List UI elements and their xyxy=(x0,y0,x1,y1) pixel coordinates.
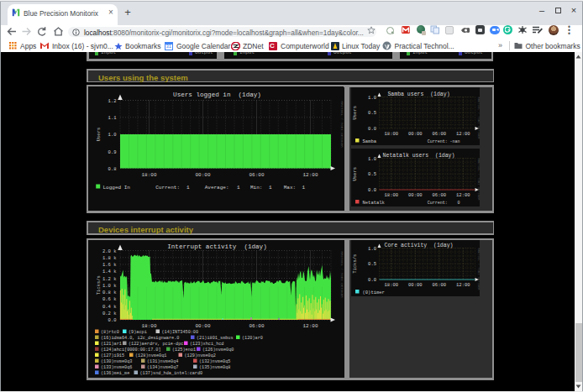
svg-text:00:00: 00:00 xyxy=(408,282,423,288)
svg-text:12:00: 12:00 xyxy=(302,172,318,178)
svg-text:Logged In: Logged In xyxy=(103,185,131,191)
svg-text:(130)nvme0q3: (130)nvme0q3 xyxy=(101,359,132,364)
svg-text:Users: Users xyxy=(352,167,358,181)
svg-text:(137)snd_hda_intel:card0: (137)snd_hda_intel:card0 xyxy=(140,371,203,376)
svg-text:1.8 k: 1.8 k xyxy=(102,255,117,261)
svg-text:-nan: -nan xyxy=(449,139,460,144)
svg-text:(21)i801_smbus: (21)i801_smbus xyxy=(197,336,234,341)
svg-text:2.0 k: 2.0 k xyxy=(102,248,117,254)
svg-text:(127)i915: (127)i915 xyxy=(101,353,124,358)
svg-text:0.0: 0.0 xyxy=(368,187,376,193)
svg-text:(123)xhci_hcd: (123)xhci_hcd xyxy=(190,342,223,347)
svg-text:0.5: 0.5 xyxy=(368,110,376,116)
svg-text:0.4 k: 0.4 k xyxy=(102,304,117,310)
svg-text:1.1: 1.1 xyxy=(108,115,118,121)
svg-text:1: 1 xyxy=(237,185,240,191)
svg-text:(0)timer: (0)timer xyxy=(362,290,384,295)
svg-text:Ticks/s: Ticks/s xyxy=(352,254,358,274)
svg-text:1.4 k: 1.4 k xyxy=(102,269,117,274)
svg-text:Samba: Samba xyxy=(362,139,376,144)
svg-text:Max:: Max: xyxy=(284,185,296,191)
svg-text:06:00: 06:00 xyxy=(432,131,446,137)
svg-text:(126)nvme0q0: (126)nvme0q0 xyxy=(202,348,234,353)
svg-text:1.0: 1.0 xyxy=(368,156,376,162)
svg-text:12:00: 12:00 xyxy=(456,131,470,137)
svg-text:00:00: 00:00 xyxy=(408,131,423,137)
svg-text:RRDTOOL / TOBI OETIKER: RRDTOOL / TOBI OETIKER xyxy=(476,159,480,201)
svg-text:0.8 k: 0.8 k xyxy=(102,290,117,295)
svg-text:(134)nvme0q7: (134)nvme0q7 xyxy=(147,365,178,370)
svg-text:(135)nvme0q8: (135)nvme0q8 xyxy=(199,365,230,370)
svg-text:0.8: 0.8 xyxy=(108,166,117,172)
svg-text:RRDTOOL / TOBI OETIKER: RRDTOOL / TOBI OETIKER xyxy=(476,97,480,140)
svg-text:(133)nvme0q6: (133)nvme0q6 xyxy=(101,365,132,370)
svg-text:00:00: 00:00 xyxy=(195,323,210,329)
svg-text:18:00: 18:00 xyxy=(141,323,156,329)
svg-text:18:00: 18:00 xyxy=(384,192,398,198)
svg-text:18:00: 18:00 xyxy=(141,172,156,178)
svg-text:(16)idma64.0, i2c_designware.0: (16)idma64.0, i2c_designware.0 xyxy=(101,336,179,341)
svg-text:RRDTOOL / TOBI OETIKER: RRDTOOL / TOBI OETIKER xyxy=(476,248,480,291)
svg-text:Netatalk: Netatalk xyxy=(362,200,385,206)
svg-text:(128)nvme0q1: (128)nvme0q1 xyxy=(135,353,166,358)
svg-text:(131)nvme0q4: (131)nvme0q4 xyxy=(147,359,178,364)
svg-text:0.5: 0.5 xyxy=(368,171,376,177)
svg-text:Netatalk users (1day): Netatalk users (1day) xyxy=(382,153,454,159)
svg-text:(9)acpi: (9)acpi xyxy=(129,330,147,335)
svg-text:12:00: 12:00 xyxy=(456,192,470,198)
svg-text:Users: Users xyxy=(96,128,102,142)
svg-text:Current:: Current: xyxy=(155,185,180,191)
svg-text:1.0: 1.0 xyxy=(108,132,117,138)
svg-text:Samba users (1day): Samba users (1day) xyxy=(387,91,449,97)
svg-text:(136)mei_me: (136)mei_me xyxy=(101,371,129,376)
svg-text:Current:: Current: xyxy=(427,139,447,144)
svg-text:Interrupt activity (1day): Interrupt activity (1day) xyxy=(167,243,266,250)
svg-text:1.2 k: 1.2 k xyxy=(102,276,117,282)
svg-text:(124)ahci[0000:00:17.0]: (124)ahci[0000:00:17.0] xyxy=(101,348,161,353)
svg-text:(132)nvme0q5: (132)nvme0q5 xyxy=(199,359,230,364)
svg-text:06:00: 06:00 xyxy=(249,323,264,329)
svg-text:Core activity (1day): Core activity (1day) xyxy=(384,243,453,248)
svg-text:0.9: 0.9 xyxy=(108,149,117,155)
svg-text:0: 0 xyxy=(449,201,460,206)
svg-text:18:00: 18:00 xyxy=(384,131,398,137)
svg-text:0.6 k: 0.6 k xyxy=(102,296,117,302)
svg-text:1.0: 1.0 xyxy=(368,95,376,101)
svg-text:(120)ar0: (120)ar0 xyxy=(242,336,263,341)
svg-text:Min:: Min: xyxy=(250,185,262,191)
svg-text:Ticks/s: Ticks/s xyxy=(96,275,102,295)
svg-text:(125)eno1: (125)eno1 xyxy=(172,348,196,353)
svg-text:(122)aerdrv, pcie-dpc: (122)aerdrv, pcie-dpc xyxy=(129,342,183,347)
svg-text:0.0: 0.0 xyxy=(368,126,376,132)
svg-text:1.0 k: 1.0 k xyxy=(102,283,117,289)
svg-text:06:00: 06:00 xyxy=(249,172,264,178)
svg-text:1: 1 xyxy=(269,185,272,191)
svg-text:(14)INT3450:00: (14)INT3450:00 xyxy=(162,330,199,335)
svg-text:0.0: 0.0 xyxy=(108,317,117,323)
svg-text:1.6 k: 1.6 k xyxy=(102,262,117,268)
svg-text:Average:: Average: xyxy=(205,185,229,191)
svg-text:12:00: 12:00 xyxy=(302,323,318,329)
svg-text:0.2 k: 0.2 k xyxy=(102,311,117,316)
svg-text:0.0: 0.0 xyxy=(368,277,376,283)
svg-text:1.0: 1.0 xyxy=(368,246,376,252)
svg-text:1.2: 1.2 xyxy=(108,98,117,104)
svg-text:00:00: 00:00 xyxy=(195,172,210,178)
svg-text:18:00: 18:00 xyxy=(384,282,398,288)
svg-text:Users logged in (1day): Users logged in (1day) xyxy=(173,91,261,98)
svg-text:(8)rtc0: (8)rtc0 xyxy=(101,330,119,335)
svg-text:00:00: 00:00 xyxy=(408,192,423,198)
svg-text:06:00: 06:00 xyxy=(432,192,446,198)
svg-text:06:00: 06:00 xyxy=(432,282,446,288)
svg-text:Users: Users xyxy=(352,106,358,120)
svg-text:Current:: Current: xyxy=(427,201,447,206)
svg-text:(121)ar1: (121)ar1 xyxy=(101,342,122,347)
svg-text:12:00: 12:00 xyxy=(456,282,470,288)
svg-text:RRDTOOL / TOBI OETIKER: RRDTOOL / TOBI OETIKER xyxy=(340,252,344,299)
svg-text:1: 1 xyxy=(186,185,190,191)
svg-text:RRDTOOL / TOBI OETIKER: RRDTOOL / TOBI OETIKER xyxy=(340,102,344,149)
svg-text:1: 1 xyxy=(302,185,306,191)
svg-text:(129)nvme0q2: (129)nvme0q2 xyxy=(185,353,216,358)
svg-text:0.5: 0.5 xyxy=(368,261,376,267)
